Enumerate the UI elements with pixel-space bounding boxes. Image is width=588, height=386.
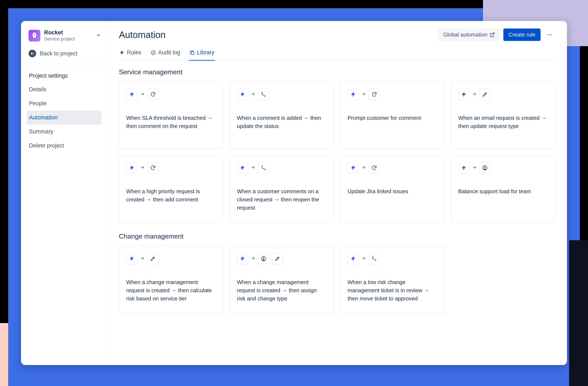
sidebar: Rocket Service project Back to project P… <box>21 21 107 365</box>
automation-template-card[interactable]: When a change management request is crea… <box>230 246 334 313</box>
arrow-icon <box>251 165 255 171</box>
project-type: Service project <box>44 36 92 42</box>
bolt-icon <box>237 89 248 100</box>
card-description: When SLA threshold is breached → then co… <box>126 114 216 130</box>
tab-library[interactable]: Library <box>189 47 215 61</box>
back-arrow-icon <box>29 50 36 57</box>
tabs: RulesAudit logLibrary <box>119 47 555 61</box>
arrow-icon <box>361 256 366 261</box>
card-description: When a high priority request is created … <box>126 187 216 204</box>
bolt-icon <box>126 253 138 264</box>
automation-template-card[interactable]: When a comment is added → then update th… <box>230 82 334 149</box>
card-description: Balance support load for team <box>458 187 548 195</box>
arrow-icon <box>140 256 145 261</box>
sidebar-item-delete-project[interactable]: Delete project <box>26 139 102 153</box>
bolt-icon <box>458 162 470 174</box>
global-automation-button[interactable]: Global automation <box>438 29 500 41</box>
app-window: Rocket Service project Back to project P… <box>21 21 567 365</box>
bolt-icon <box>126 162 138 174</box>
more-actions-button[interactable] <box>544 29 555 40</box>
card-description: When a low risk change management ticket… <box>348 278 437 303</box>
card-description: When an email request is created → then … <box>458 114 548 130</box>
refresh-icon <box>369 89 380 100</box>
project-icon <box>29 30 40 41</box>
branch-icon <box>258 162 269 174</box>
bolt-icon <box>237 162 248 174</box>
arrow-icon <box>472 165 477 171</box>
sidebar-item-people[interactable]: People <box>26 96 102 111</box>
person-icon <box>258 253 269 264</box>
check-circle-icon <box>150 50 156 55</box>
project-name: Rocket <box>44 29 92 36</box>
section-service-management: Service management When SLA threshold is… <box>119 68 555 222</box>
automation-template-card[interactable]: When a change management request is crea… <box>119 246 223 313</box>
card-description: When a comment is added → then update th… <box>237 114 327 130</box>
person-icon <box>479 162 491 174</box>
arrow-icon <box>251 92 255 97</box>
refresh-icon <box>147 162 159 174</box>
arrow-icon <box>361 165 366 171</box>
bg-decor-dark <box>569 240 588 386</box>
bolt-icon <box>119 50 125 55</box>
back-to-project[interactable]: Back to project <box>21 44 107 64</box>
tab-label: Library <box>197 49 214 56</box>
main-content: Automation Global automation Create rule… <box>107 21 567 365</box>
section-title: Service management <box>119 68 555 76</box>
branch-icon <box>369 253 380 264</box>
refresh-icon <box>369 162 380 174</box>
chevron-down-icon <box>96 33 101 39</box>
external-link-icon <box>489 32 495 38</box>
tab-rules[interactable]: Rules <box>119 47 142 61</box>
global-automation-label: Global automation <box>443 32 487 38</box>
project-switcher[interactable]: Rocket Service project <box>21 27 107 44</box>
create-rule-label: Create rule <box>508 32 536 38</box>
branch-icon <box>258 89 269 100</box>
arrow-icon <box>140 165 145 171</box>
divider <box>26 64 102 64</box>
arrow-icon <box>140 92 145 97</box>
tab-label: Rules <box>127 49 141 56</box>
automation-template-card[interactable]: When a high priority request is created … <box>119 155 223 222</box>
bolt-icon <box>458 89 470 100</box>
copy-icon <box>189 50 195 55</box>
card-description: When a customer comments on a closed req… <box>237 187 327 212</box>
pencil-icon <box>479 89 491 100</box>
card-description: Prompt customer for comment <box>348 114 437 122</box>
automation-template-card[interactable]: Balance support load for team <box>451 155 555 222</box>
sidebar-item-automation[interactable]: Automation <box>26 111 102 125</box>
arrow-icon <box>361 92 366 97</box>
bolt-icon <box>348 162 359 174</box>
sidebar-heading: Project settings <box>26 69 102 82</box>
refresh-icon <box>147 89 159 100</box>
back-label: Back to project <box>40 50 78 57</box>
tab-audit-log[interactable]: Audit log <box>150 47 181 61</box>
arrow-icon <box>472 92 477 97</box>
pencil-icon <box>147 253 159 264</box>
automation-template-card[interactable]: When an email request is created → then … <box>451 82 555 149</box>
bolt-icon <box>348 89 359 100</box>
section-title: Change management <box>119 232 555 240</box>
sidebar-item-details[interactable]: Details <box>26 82 102 96</box>
tab-label: Audit log <box>158 49 180 56</box>
automation-template-card[interactable]: When a low risk change management ticket… <box>340 246 444 313</box>
arrow-icon <box>251 256 255 261</box>
card-description: Update Jira linked issues <box>348 187 437 195</box>
section-change-management: Change management When a change manageme… <box>119 232 555 313</box>
sidebar-item-summary[interactable]: Summary <box>26 125 102 139</box>
more-icon <box>547 32 552 38</box>
bolt-icon <box>348 253 359 264</box>
card-description: When a change management request is crea… <box>126 278 216 303</box>
bolt-icon <box>126 89 138 100</box>
automation-template-card[interactable]: When a customer comments on a closed req… <box>230 155 334 222</box>
pencil-icon <box>272 253 283 264</box>
page-title: Automation <box>119 30 438 40</box>
automation-template-card[interactable]: Prompt customer for comment <box>340 82 444 149</box>
sidebar-nav: Project settings DetailsPeopleAutomation… <box>21 69 107 153</box>
bolt-icon <box>237 253 248 264</box>
automation-template-card[interactable]: When SLA threshold is breached → then co… <box>119 82 223 149</box>
card-description: When a change management request is crea… <box>237 278 327 303</box>
create-rule-button[interactable]: Create rule <box>503 29 541 41</box>
automation-template-card[interactable]: Update Jira linked issues <box>340 155 444 222</box>
